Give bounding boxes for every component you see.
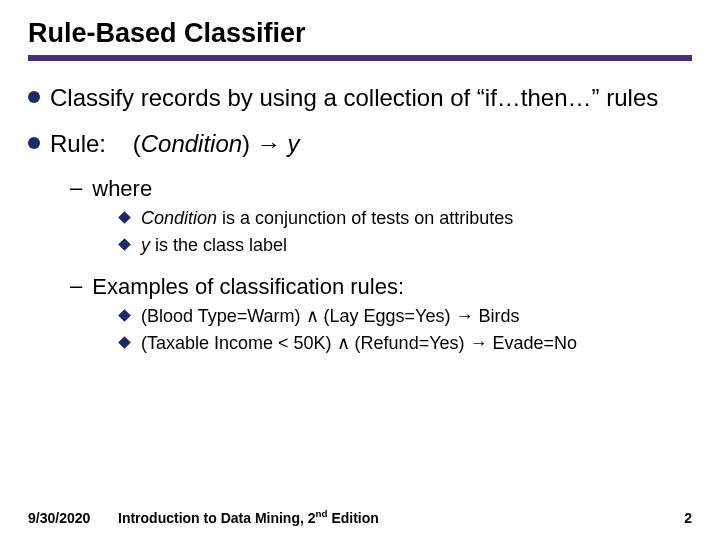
example-1: (Blood Type=Warm) ∧ (Lay Eggs=Yes) → Bir… bbox=[120, 305, 692, 328]
subsub-condition: Condition is a conjunction of tests on a… bbox=[120, 207, 692, 230]
slide-title: Rule-Based Classifier bbox=[28, 18, 692, 49]
term-y-desc: is the class label bbox=[150, 235, 287, 255]
footer-page: 2 bbox=[662, 510, 692, 526]
footer-book: Introduction to Data Mining, 2nd Edition bbox=[118, 508, 662, 526]
subsub-text: Condition is a conjunction of tests on a… bbox=[141, 207, 513, 230]
term-y: y bbox=[141, 235, 150, 255]
term-condition-desc: is a conjunction of tests on attributes bbox=[217, 208, 513, 228]
footer-book-sup: nd bbox=[316, 508, 328, 519]
footer-date: 9/30/2020 bbox=[28, 510, 118, 526]
bullet-dot-icon bbox=[28, 91, 40, 103]
example-text: (Taxable Income < 50K) ∧ (Refund=Yes) → … bbox=[141, 332, 577, 355]
example-text: (Blood Type=Warm) ∧ (Lay Eggs=Yes) → Bir… bbox=[141, 305, 519, 328]
rule-label: Rule: bbox=[50, 130, 106, 157]
bullet-classify: Classify records by using a collection o… bbox=[28, 83, 692, 113]
footer-book-b: Edition bbox=[328, 510, 379, 526]
title-underline bbox=[28, 55, 692, 61]
bullet-text: Classify records by using a collection o… bbox=[50, 83, 658, 113]
diamond-icon bbox=[118, 238, 131, 251]
dash-icon: – bbox=[70, 273, 82, 299]
bullet-dot-icon bbox=[28, 137, 40, 149]
sub-text: where bbox=[92, 175, 152, 203]
term-condition: Condition bbox=[141, 208, 217, 228]
subsub-y: y is the class label bbox=[120, 234, 692, 257]
diamond-icon bbox=[118, 309, 131, 322]
subsub-text: y is the class label bbox=[141, 234, 287, 257]
footer-book-a: Introduction to Data Mining, 2 bbox=[118, 510, 316, 526]
rule-y: y bbox=[287, 130, 299, 157]
sub-where: – where bbox=[70, 175, 692, 203]
slide-footer: 9/30/2020 Introduction to Data Mining, 2… bbox=[28, 508, 692, 526]
bullet-text: Rule: (Condition) → y bbox=[50, 129, 299, 159]
sub-text: Examples of classification rules: bbox=[92, 273, 404, 301]
dash-icon: – bbox=[70, 175, 82, 201]
diamond-icon bbox=[118, 211, 131, 224]
sub-examples: – Examples of classification rules: bbox=[70, 273, 692, 301]
rule-condition: Condition bbox=[141, 130, 242, 157]
bullet-rule: Rule: (Condition) → y bbox=[28, 129, 692, 159]
arrow-icon: → bbox=[257, 131, 281, 157]
diamond-icon bbox=[118, 336, 131, 349]
example-2: (Taxable Income < 50K) ∧ (Refund=Yes) → … bbox=[120, 332, 692, 355]
